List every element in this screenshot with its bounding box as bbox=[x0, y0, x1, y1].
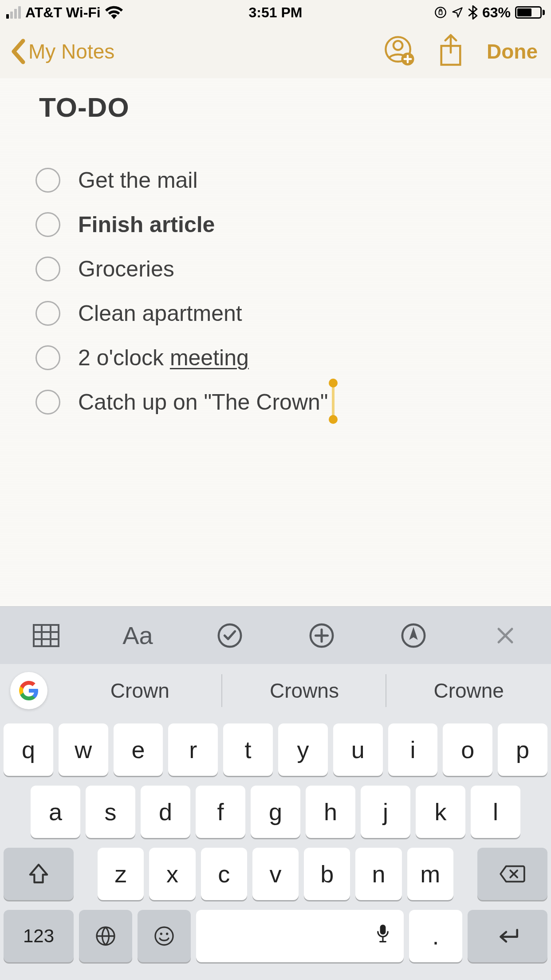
google-search-button[interactable] bbox=[0, 672, 58, 709]
todo-checkbox[interactable] bbox=[35, 390, 60, 415]
clock: 3:51 PM bbox=[249, 4, 303, 21]
wifi-icon bbox=[105, 6, 123, 19]
emoji-key[interactable] bbox=[138, 910, 191, 962]
svg-rect-14 bbox=[380, 925, 386, 934]
selection-handle-top[interactable] bbox=[329, 379, 338, 387]
table-button[interactable] bbox=[20, 607, 73, 664]
todo-text[interactable]: Get the mail bbox=[78, 167, 198, 193]
note-editor[interactable]: TO-DO Get the mailFinish articleGrocerie… bbox=[0, 78, 551, 606]
todo-checkbox[interactable] bbox=[35, 212, 60, 237]
battery-icon bbox=[515, 6, 545, 19]
backspace-icon bbox=[499, 864, 526, 884]
return-icon bbox=[494, 926, 521, 946]
back-label: My Notes bbox=[28, 40, 114, 63]
suggestion[interactable]: Crown bbox=[58, 666, 222, 715]
key-f[interactable]: f bbox=[196, 786, 245, 838]
svg-rect-1 bbox=[439, 11, 442, 15]
text-format-button[interactable]: Aa bbox=[111, 607, 165, 664]
todo-text[interactable]: Groceries bbox=[78, 256, 174, 282]
key-w[interactable]: w bbox=[59, 723, 108, 776]
key-k[interactable]: k bbox=[416, 786, 465, 838]
key-p[interactable]: p bbox=[498, 723, 547, 776]
keyboard: qwertyuiop asdfghjkl zxcvbnm 123 . bbox=[0, 717, 551, 980]
suggestion[interactable]: Crowne bbox=[386, 666, 551, 715]
backspace-key[interactable] bbox=[477, 848, 547, 900]
todo-item[interactable]: Get the mail bbox=[35, 167, 524, 193]
close-format-button[interactable] bbox=[479, 607, 532, 664]
todo-checkbox[interactable] bbox=[35, 168, 60, 193]
status-right: 63% bbox=[302, 4, 545, 21]
key-x[interactable]: x bbox=[149, 848, 195, 900]
key-q[interactable]: q bbox=[4, 723, 53, 776]
todo-checkbox[interactable] bbox=[35, 345, 60, 370]
bluetooth-icon bbox=[468, 5, 478, 20]
key-t[interactable]: t bbox=[223, 723, 273, 776]
todo-item[interactable]: Catch up on "The Crown" bbox=[35, 389, 524, 415]
space-key[interactable] bbox=[196, 910, 404, 962]
shift-key[interactable] bbox=[4, 848, 74, 900]
mic-icon bbox=[375, 922, 390, 950]
todo-checkbox[interactable] bbox=[35, 257, 60, 281]
note-title[interactable]: TO-DO bbox=[39, 91, 524, 123]
back-button[interactable]: My Notes bbox=[9, 38, 384, 65]
emoji-icon bbox=[153, 925, 175, 947]
todo-text[interactable]: Catch up on "The Crown" bbox=[78, 389, 328, 415]
todo-item[interactable]: Clean apartment bbox=[35, 300, 524, 326]
key-h[interactable]: h bbox=[306, 786, 355, 838]
period-key[interactable]: . bbox=[409, 910, 462, 962]
key-z[interactable]: z bbox=[98, 848, 144, 900]
key-j[interactable]: j bbox=[361, 786, 410, 838]
key-l[interactable]: l bbox=[471, 786, 520, 838]
svg-point-13 bbox=[166, 933, 168, 935]
key-a[interactable]: a bbox=[31, 786, 80, 838]
svg-point-0 bbox=[435, 7, 445, 17]
suggestion-bar: CrownCrownsCrowne bbox=[0, 664, 551, 717]
svg-point-12 bbox=[160, 933, 162, 935]
key-v[interactable]: v bbox=[252, 848, 299, 900]
add-person-button[interactable] bbox=[384, 35, 415, 68]
todo-text[interactable]: Clean apartment bbox=[78, 300, 242, 326]
shift-icon bbox=[28, 862, 49, 885]
suggestion[interactable]: Crowns bbox=[222, 666, 387, 715]
globe-icon bbox=[94, 925, 117, 947]
todo-item[interactable]: Finish article bbox=[35, 212, 524, 237]
return-key[interactable] bbox=[468, 910, 547, 962]
aa-label: Aa bbox=[122, 621, 153, 650]
todo-text[interactable]: Finish article bbox=[78, 212, 215, 237]
todo-text[interactable]: 2 o'clock meeting bbox=[78, 345, 249, 371]
share-button[interactable] bbox=[437, 34, 464, 69]
key-c[interactable]: c bbox=[201, 848, 247, 900]
key-i[interactable]: i bbox=[388, 723, 438, 776]
selection-handle-bottom[interactable] bbox=[329, 415, 338, 424]
numbers-key[interactable]: 123 bbox=[4, 910, 74, 962]
todo-list: Get the mailFinish articleGroceriesClean… bbox=[35, 167, 524, 415]
svg-point-11 bbox=[155, 927, 173, 945]
add-attachment-button[interactable] bbox=[295, 607, 348, 664]
status-bar: AT&T Wi-Fi 3:51 PM 63% bbox=[0, 0, 551, 25]
orientation-lock-icon bbox=[434, 6, 447, 19]
todo-item[interactable]: 2 o'clock meeting bbox=[35, 345, 524, 371]
svg-point-3 bbox=[394, 41, 402, 50]
todo-item[interactable]: Groceries bbox=[35, 256, 524, 282]
checklist-button[interactable] bbox=[203, 607, 256, 664]
todo-checkbox[interactable] bbox=[35, 301, 60, 326]
key-b[interactable]: b bbox=[304, 848, 350, 900]
key-s[interactable]: s bbox=[86, 786, 135, 838]
key-u[interactable]: u bbox=[333, 723, 383, 776]
key-r[interactable]: r bbox=[168, 723, 218, 776]
key-e[interactable]: e bbox=[114, 723, 163, 776]
google-icon bbox=[10, 672, 47, 709]
globe-key[interactable] bbox=[79, 910, 132, 962]
carrier-label: AT&T Wi-Fi bbox=[25, 4, 101, 21]
key-d[interactable]: d bbox=[141, 786, 190, 838]
format-toolbar: Aa bbox=[0, 606, 551, 664]
status-left: AT&T Wi-Fi bbox=[6, 4, 249, 21]
key-m[interactable]: m bbox=[407, 848, 453, 900]
key-g[interactable]: g bbox=[251, 786, 300, 838]
key-y[interactable]: y bbox=[278, 723, 328, 776]
markup-button[interactable] bbox=[387, 607, 440, 664]
nav-bar: My Notes Done bbox=[0, 25, 551, 78]
key-n[interactable]: n bbox=[355, 848, 401, 900]
key-o[interactable]: o bbox=[443, 723, 492, 776]
done-button[interactable]: Done bbox=[487, 40, 538, 63]
